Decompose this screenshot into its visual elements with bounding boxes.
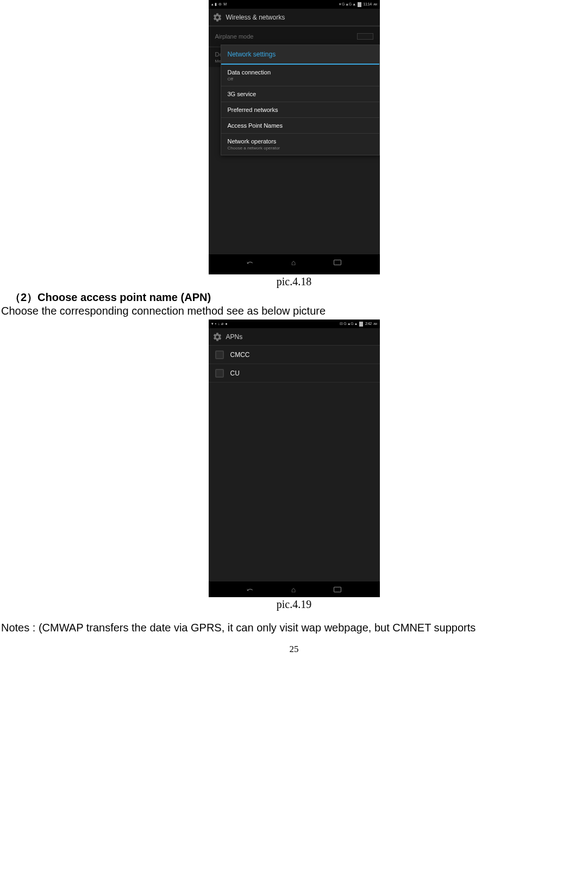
status-time-suffix: AM [373, 3, 377, 6]
section-heading: （2）Choose access point name (APN) [0, 290, 588, 305]
status-icon: ● [225, 322, 227, 325]
3g-service-row[interactable]: 3G service [221, 86, 379, 102]
signal-icon: ⊟ G ▲G ▲ [340, 322, 358, 325]
network-operators-sub: Choose a network operator [228, 146, 373, 151]
status-icon: ▮ [215, 2, 217, 6]
data-connection-sub: Off [228, 77, 373, 82]
nav-bar: ⤺ ⌂ [209, 254, 380, 270]
document-page: ▴ ▮ ⊖ M ▾ G ▲G ▲ 11:14 AM Wireless & net… [0, 0, 588, 655]
back-icon[interactable]: ⤺ [247, 586, 253, 593]
recents-icon[interactable] [334, 260, 341, 265]
page-number: 25 [0, 644, 588, 655]
status-bar-right: ⊟ G ▲G ▲ 2:42 AM [339, 322, 377, 327]
access-point-names-label: Access Point Names [228, 122, 373, 129]
figure-caption: pic.4.18 [0, 275, 588, 288]
status-icon: ▴ [211, 2, 214, 6]
figure-caption: pic.4.19 [0, 598, 588, 611]
apn-label: CMCC [230, 351, 250, 359]
3g-service-label: 3G service [228, 91, 373, 97]
status-icon: M [223, 2, 226, 6]
data-connection-label: Data connection [228, 69, 373, 76]
apn-label: CU [230, 369, 240, 377]
back-icon[interactable]: ⤺ [247, 259, 253, 266]
status-bar-left: ▴ ▮ ⊖ M [211, 2, 227, 7]
figure-4-19-screenshot: ▾ ▪ ↓ ⌀ ● ⊟ G ▲G ▲ 2:42 AM APNs CMCC [209, 320, 380, 597]
app-title-text: Wireless & networks [226, 14, 285, 21]
status-icon: ▪ [215, 322, 216, 325]
app-title-text: APNs [226, 333, 243, 341]
app-title-bar: APNs [209, 328, 380, 346]
gear-icon [212, 331, 223, 342]
status-time-suffix: AM [373, 322, 377, 325]
dialog-title: Network settings [221, 45, 379, 65]
access-point-names-row[interactable]: Access Point Names [221, 118, 379, 134]
network-operators-row[interactable]: Network operators Choose a network opera… [221, 134, 379, 155]
status-bar: ▾ ▪ ↓ ⌀ ● ⊟ G ▲G ▲ 2:42 AM [209, 320, 380, 328]
body-paragraph: Notes : (CMWAP transfers the date via GP… [0, 622, 588, 634]
network-operators-label: Network operators [228, 138, 373, 145]
network-settings-dialog: Network settings Data connection Off 3G … [221, 45, 380, 155]
nav-bar: ⤺ ⌂ [209, 581, 380, 597]
airplane-mode-label: Airplane mode [215, 33, 254, 40]
preferred-networks-label: Preferred networks [228, 107, 373, 113]
status-icon: ⊖ [218, 2, 222, 6]
status-icon: ↓ [218, 322, 220, 325]
figure-4-18-screenshot: ▴ ▮ ⊖ M ▾ G ▲G ▲ 11:14 AM Wireless & net… [209, 0, 380, 274]
apn-radio[interactable] [215, 350, 224, 359]
gear-icon [212, 12, 223, 23]
status-bar-right: ▾ G ▲G ▲ 11:14 AM [339, 2, 377, 7]
recents-icon[interactable] [334, 587, 341, 592]
wifi-icon: ▾ G ▲G ▲ [339, 2, 356, 6]
airplane-mode-toggle[interactable] [357, 33, 373, 40]
apn-item-cmcc[interactable]: CMCC [209, 346, 380, 364]
body-paragraph: Choose the corresponding connection meth… [0, 305, 588, 317]
status-bar: ▴ ▮ ⊖ M ▾ G ▲G ▲ 11:14 AM [209, 0, 380, 9]
status-icon: ⌀ [221, 322, 223, 325]
apn-radio[interactable] [215, 369, 224, 378]
status-time: 2:42 [365, 322, 372, 325]
apn-item-cu[interactable]: CU [209, 364, 380, 383]
preferred-networks-row[interactable]: Preferred networks [221, 102, 379, 118]
status-icon: ▾ [211, 322, 214, 325]
battery-icon [358, 2, 361, 7]
home-icon[interactable]: ⌂ [291, 586, 296, 593]
home-icon[interactable]: ⌂ [291, 259, 296, 266]
status-bar-left: ▾ ▪ ↓ ⌀ ● [211, 322, 228, 326]
data-connection-row[interactable]: Data connection Off [221, 65, 379, 86]
status-time: 11:14 [364, 2, 372, 6]
airplane-mode-row[interactable]: Airplane mode [209, 26, 380, 47]
app-title-bar: Wireless & networks [209, 9, 380, 26]
battery-icon [359, 322, 363, 327]
